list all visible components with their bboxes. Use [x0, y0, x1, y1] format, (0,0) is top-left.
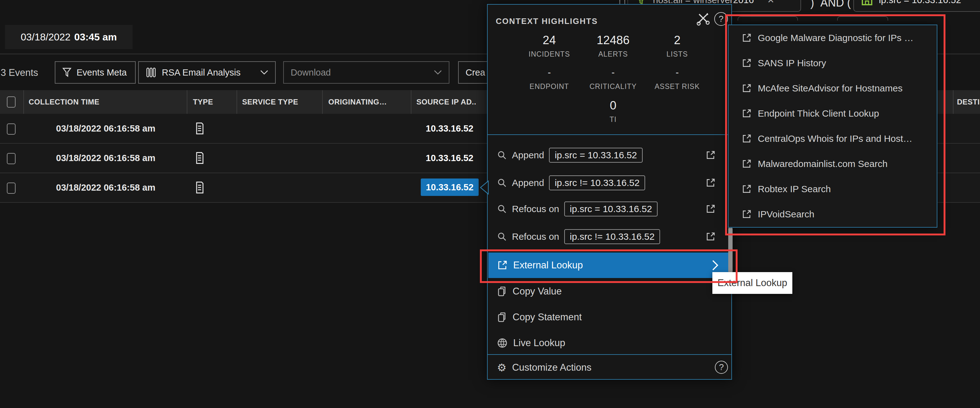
log-event-icon [195, 122, 205, 135]
query-operator-and[interactable]: AND [820, 0, 844, 10]
col-header-originating[interactable]: ORIGINATING… [328, 98, 387, 106]
col-header-collection-time[interactable]: COLLECTION TIME [29, 98, 99, 106]
column-group-icon [146, 67, 157, 78]
event-count-label: 3 Events [1, 67, 38, 78]
query-pill: ip.src = 10.33.16.52 [564, 202, 658, 216]
refocus-not-equals-action[interactable]: Refocus on ip.src != 10.33.16.52 [488, 229, 731, 245]
create-incident-label: Crea [466, 67, 485, 78]
copy-value-menu-item[interactable]: Copy Value [488, 283, 731, 300]
query-paren-close: ) [810, 0, 814, 10]
query-paren-open: ( [847, 0, 851, 10]
query-chip-ipsrc[interactable]: ip.src = 10.33.16.52 [853, 0, 980, 12]
log-event-icon [195, 151, 205, 165]
time-range-date: 03/18/2022 [21, 32, 70, 43]
live-lookup-menu-item[interactable]: Live Lookup [488, 335, 731, 351]
query-pill: ip.src != 10.33.16.52 [549, 175, 645, 191]
copy-statement-menu-item[interactable]: Copy Statement [488, 309, 731, 325]
external-link-icon [705, 232, 716, 241]
row-source-ip[interactable]: 10.33.16.52 [426, 124, 473, 134]
context-highlights-panel: CONTEXT HIGHLIGHTS ? 24 INCIDENTS 12486 … [487, 4, 732, 380]
panel-divider [488, 354, 731, 355]
stat-alerts[interactable]: 12486 ALERTS [582, 33, 644, 59]
row-checkbox[interactable] [7, 153, 16, 164]
append-equals-action[interactable]: Append ip.src = 10.33.16.52 [488, 147, 731, 163]
search-icon [497, 232, 507, 241]
stat-criticality: - CRITICALITY [582, 66, 644, 91]
annotation-box-external-lookup [480, 249, 738, 283]
row-collection-time[interactable]: 03/18/2022 06:16:58 am [56, 124, 155, 134]
col-header-service-type[interactable]: SERVICE TYPE [242, 98, 298, 106]
chevron-down-icon [260, 70, 268, 75]
meta-home-icon [861, 0, 873, 6]
column-group-label: RSA Email Analysis [162, 67, 240, 78]
gear-icon: ⚙ [497, 362, 506, 373]
append-not-equals-action[interactable]: Append ip.src != 10.33.16.52 [488, 175, 731, 191]
selected-source-ip-cell[interactable]: 10.33.16.52 [421, 178, 479, 196]
external-link-icon [705, 178, 716, 188]
search-icon [497, 178, 507, 188]
chevron-down-icon [434, 70, 442, 75]
events-analysis-screen: host.all = winserver2016 × ) AND ( ip.sr… [0, 0, 980, 408]
query-paren-fragment [624, 0, 625, 4]
search-icon [497, 150, 507, 160]
help-icon[interactable]: ? [715, 361, 728, 374]
row-collection-time[interactable]: 03/18/2022 06:16:58 am [56, 153, 155, 163]
download-dropdown[interactable]: Download [283, 61, 449, 84]
time-range-selector[interactable]: 03/18/2022 03:45 am [5, 25, 132, 49]
query-pill: ip.src != 10.33.16.52 [564, 229, 660, 244]
time-range-time: 03:45 am [75, 32, 117, 43]
row-checkbox[interactable] [7, 183, 16, 194]
stat-lists[interactable]: 2 LISTS [646, 33, 708, 59]
col-header-destination[interactable]: DESTI [957, 98, 980, 106]
annotation-box-lookup-submenu [725, 14, 945, 235]
close-icon[interactable]: × [767, 0, 774, 6]
funnel-icon [62, 67, 72, 78]
copy-icon [497, 286, 507, 297]
download-label: Download [291, 67, 331, 78]
row-checkbox[interactable] [7, 124, 16, 135]
refocus-equals-action[interactable]: Refocus on ip.src = 10.33.16.52 [488, 201, 731, 217]
query-paren-fragment [619, 0, 620, 4]
stat-asset-risk: - ASSET RISK [646, 66, 708, 91]
search-icon [497, 204, 507, 214]
row-source-ip[interactable]: 10.33.16.52 [426, 153, 473, 163]
tools-icon[interactable] [695, 11, 710, 26]
stat-ti[interactable]: 0 TI [582, 98, 644, 124]
live-globe-icon [497, 338, 508, 348]
row-collection-time[interactable]: 03/18/2022 06:16:58 am [56, 183, 155, 193]
context-panel-title: CONTEXT HIGHLIGHTS [496, 16, 598, 26]
events-meta-button[interactable]: Events Meta [55, 61, 136, 84]
query-pill: ip.src = 10.33.16.52 [549, 148, 642, 163]
stat-endpoint: - ENDPOINT [518, 66, 581, 91]
context-panel-pointer [480, 180, 489, 195]
events-meta-label: Events Meta [76, 67, 127, 78]
col-header-type[interactable]: TYPE [193, 98, 213, 106]
log-event-icon [195, 181, 205, 194]
customize-actions-menu-item[interactable]: ⚙ Customize Actions [488, 359, 731, 376]
panel-divider [488, 134, 731, 135]
stat-incidents[interactable]: 24 INCIDENTS [518, 33, 581, 59]
external-link-icon [705, 204, 716, 214]
query-chip-ipsrc-text: ip.src = 10.33.16.52 [879, 0, 961, 5]
col-header-source-ip[interactable]: SOURCE IP AD.. [417, 98, 476, 106]
select-all-checkbox[interactable] [7, 97, 16, 108]
external-link-icon [705, 150, 716, 160]
column-group-dropdown[interactable]: RSA Email Analysis [138, 61, 276, 84]
copy-icon [497, 311, 507, 323]
